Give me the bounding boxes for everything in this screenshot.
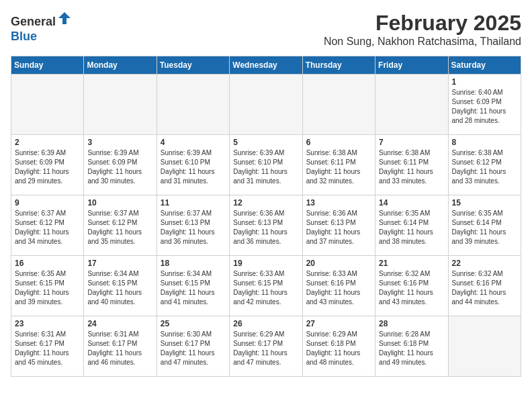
calendar-cell: 7Sunrise: 6:38 AM Sunset: 6:11 PM Daylig… bbox=[375, 135, 448, 195]
day-info: Sunrise: 6:34 AM Sunset: 6:15 PM Dayligh… bbox=[161, 269, 226, 307]
calendar-cell bbox=[230, 75, 302, 135]
column-header-sunday: Sunday bbox=[11, 56, 84, 75]
calendar-cell: 22Sunrise: 6:32 AM Sunset: 6:16 PM Dayli… bbox=[448, 256, 521, 316]
day-number: 16 bbox=[15, 259, 80, 268]
calendar-cell: 25Sunrise: 6:30 AM Sunset: 6:17 PM Dayli… bbox=[157, 316, 229, 377]
day-number: 19 bbox=[233, 259, 298, 268]
calendar-cell: 9Sunrise: 6:37 AM Sunset: 6:12 PM Daylig… bbox=[11, 195, 84, 256]
calendar-cell: 21Sunrise: 6:32 AM Sunset: 6:16 PM Dayli… bbox=[375, 256, 448, 316]
logo-blue: Blue bbox=[11, 30, 37, 43]
day-info: Sunrise: 6:29 AM Sunset: 6:17 PM Dayligh… bbox=[233, 330, 298, 367]
calendar-cell: 23Sunrise: 6:31 AM Sunset: 6:17 PM Dayli… bbox=[11, 316, 84, 377]
calendar-cell: 24Sunrise: 6:31 AM Sunset: 6:17 PM Dayli… bbox=[84, 316, 157, 377]
day-number: 9 bbox=[15, 198, 80, 208]
day-info: Sunrise: 6:35 AM Sunset: 6:14 PM Dayligh… bbox=[379, 209, 444, 246]
day-info: Sunrise: 6:38 AM Sunset: 6:11 PM Dayligh… bbox=[306, 148, 371, 186]
day-info: Sunrise: 6:29 AM Sunset: 6:18 PM Dayligh… bbox=[306, 330, 371, 367]
day-number: 8 bbox=[452, 138, 517, 147]
calendar-cell: 10Sunrise: 6:37 AM Sunset: 6:12 PM Dayli… bbox=[84, 195, 157, 256]
calendar-table: SundayMondayTuesdayWednesdayThursdayFrid… bbox=[11, 56, 521, 377]
calendar-cell: 16Sunrise: 6:35 AM Sunset: 6:15 PM Dayli… bbox=[11, 256, 84, 316]
day-info: Sunrise: 6:37 AM Sunset: 6:13 PM Dayligh… bbox=[161, 209, 226, 246]
day-info: Sunrise: 6:37 AM Sunset: 6:12 PM Dayligh… bbox=[15, 209, 80, 246]
calendar-cell: 5Sunrise: 6:39 AM Sunset: 6:10 PM Daylig… bbox=[230, 135, 302, 195]
calendar-cell: 4Sunrise: 6:39 AM Sunset: 6:10 PM Daylig… bbox=[157, 135, 229, 195]
day-number: 11 bbox=[161, 198, 226, 208]
calendar-cell bbox=[375, 75, 448, 135]
day-info: Sunrise: 6:33 AM Sunset: 6:15 PM Dayligh… bbox=[233, 269, 298, 307]
day-number: 6 bbox=[306, 138, 371, 147]
calendar-cell: 3Sunrise: 6:39 AM Sunset: 6:09 PM Daylig… bbox=[84, 135, 157, 195]
calendar-cell: 11Sunrise: 6:37 AM Sunset: 6:13 PM Dayli… bbox=[157, 195, 229, 256]
calendar-cell bbox=[448, 316, 521, 377]
day-info: Sunrise: 6:30 AM Sunset: 6:17 PM Dayligh… bbox=[161, 330, 226, 367]
day-info: Sunrise: 6:39 AM Sunset: 6:09 PM Dayligh… bbox=[15, 148, 80, 186]
calendar-cell: 20Sunrise: 6:33 AM Sunset: 6:16 PM Dayli… bbox=[302, 256, 375, 316]
logo-general: General bbox=[11, 15, 56, 28]
day-number: 27 bbox=[306, 319, 371, 328]
calendar-cell: 26Sunrise: 6:29 AM Sunset: 6:17 PM Dayli… bbox=[230, 316, 302, 377]
day-number: 4 bbox=[161, 138, 226, 147]
svg-marker-0 bbox=[58, 12, 71, 24]
day-number: 13 bbox=[306, 198, 371, 208]
day-info: Sunrise: 6:40 AM Sunset: 6:09 PM Dayligh… bbox=[452, 88, 517, 126]
calendar-cell: 28Sunrise: 6:28 AM Sunset: 6:18 PM Dayli… bbox=[375, 316, 448, 377]
column-header-friday: Friday bbox=[375, 56, 448, 75]
logo-icon bbox=[57, 11, 72, 26]
day-info: Sunrise: 6:31 AM Sunset: 6:17 PM Dayligh… bbox=[15, 330, 80, 367]
day-info: Sunrise: 6:32 AM Sunset: 6:16 PM Dayligh… bbox=[379, 269, 444, 307]
day-info: Sunrise: 6:35 AM Sunset: 6:14 PM Dayligh… bbox=[452, 209, 517, 246]
calendar-cell bbox=[84, 75, 157, 135]
day-number: 24 bbox=[87, 319, 152, 328]
day-number: 1 bbox=[452, 77, 517, 87]
day-info: Sunrise: 6:36 AM Sunset: 6:13 PM Dayligh… bbox=[306, 209, 371, 246]
day-info: Sunrise: 6:28 AM Sunset: 6:18 PM Dayligh… bbox=[379, 330, 444, 367]
logo: General Blue bbox=[11, 11, 72, 44]
day-number: 10 bbox=[87, 198, 152, 208]
calendar-cell: 12Sunrise: 6:36 AM Sunset: 6:13 PM Dayli… bbox=[230, 195, 302, 256]
main-title: February 2025 bbox=[324, 11, 521, 36]
title-block: February 2025 Non Sung, Nakhon Ratchasim… bbox=[324, 11, 521, 48]
day-info: Sunrise: 6:38 AM Sunset: 6:12 PM Dayligh… bbox=[452, 148, 517, 186]
day-number: 2 bbox=[15, 138, 80, 147]
day-number: 21 bbox=[379, 259, 444, 268]
day-number: 18 bbox=[161, 259, 226, 268]
day-number: 17 bbox=[87, 259, 152, 268]
calendar-cell: 1Sunrise: 6:40 AM Sunset: 6:09 PM Daylig… bbox=[448, 75, 521, 135]
day-info: Sunrise: 6:39 AM Sunset: 6:09 PM Dayligh… bbox=[87, 148, 152, 186]
day-info: Sunrise: 6:35 AM Sunset: 6:15 PM Dayligh… bbox=[15, 269, 80, 307]
calendar-cell: 2Sunrise: 6:39 AM Sunset: 6:09 PM Daylig… bbox=[11, 135, 84, 195]
day-number: 12 bbox=[233, 198, 298, 208]
column-header-wednesday: Wednesday bbox=[230, 56, 302, 75]
calendar-cell bbox=[157, 75, 229, 135]
calendar-cell bbox=[302, 75, 375, 135]
day-info: Sunrise: 6:34 AM Sunset: 6:15 PM Dayligh… bbox=[87, 269, 152, 307]
calendar-cell: 19Sunrise: 6:33 AM Sunset: 6:15 PM Dayli… bbox=[230, 256, 302, 316]
day-number: 28 bbox=[379, 319, 444, 328]
column-header-thursday: Thursday bbox=[302, 56, 375, 75]
calendar-cell: 6Sunrise: 6:38 AM Sunset: 6:11 PM Daylig… bbox=[302, 135, 375, 195]
day-info: Sunrise: 6:31 AM Sunset: 6:17 PM Dayligh… bbox=[87, 330, 152, 367]
day-number: 15 bbox=[452, 198, 517, 208]
day-number: 25 bbox=[161, 319, 226, 328]
day-number: 26 bbox=[233, 319, 298, 328]
calendar-cell: 14Sunrise: 6:35 AM Sunset: 6:14 PM Dayli… bbox=[375, 195, 448, 256]
column-header-monday: Monday bbox=[84, 56, 157, 75]
day-info: Sunrise: 6:33 AM Sunset: 6:16 PM Dayligh… bbox=[306, 269, 371, 307]
calendar-cell bbox=[11, 75, 84, 135]
day-number: 5 bbox=[233, 138, 298, 147]
day-info: Sunrise: 6:37 AM Sunset: 6:12 PM Dayligh… bbox=[87, 209, 152, 246]
calendar-cell: 13Sunrise: 6:36 AM Sunset: 6:13 PM Dayli… bbox=[302, 195, 375, 256]
calendar-cell: 15Sunrise: 6:35 AM Sunset: 6:14 PM Dayli… bbox=[448, 195, 521, 256]
day-info: Sunrise: 6:38 AM Sunset: 6:11 PM Dayligh… bbox=[379, 148, 444, 186]
calendar-cell: 8Sunrise: 6:38 AM Sunset: 6:12 PM Daylig… bbox=[448, 135, 521, 195]
calendar-cell: 27Sunrise: 6:29 AM Sunset: 6:18 PM Dayli… bbox=[302, 316, 375, 377]
page-header: General Blue February 2025 Non Sung, Nak… bbox=[11, 11, 521, 48]
column-header-saturday: Saturday bbox=[448, 56, 521, 75]
day-number: 22 bbox=[452, 259, 517, 268]
column-header-tuesday: Tuesday bbox=[157, 56, 229, 75]
calendar-cell: 18Sunrise: 6:34 AM Sunset: 6:15 PM Dayli… bbox=[157, 256, 229, 316]
day-number: 14 bbox=[379, 198, 444, 208]
calendar-cell: 17Sunrise: 6:34 AM Sunset: 6:15 PM Dayli… bbox=[84, 256, 157, 316]
day-info: Sunrise: 6:36 AM Sunset: 6:13 PM Dayligh… bbox=[233, 209, 298, 246]
